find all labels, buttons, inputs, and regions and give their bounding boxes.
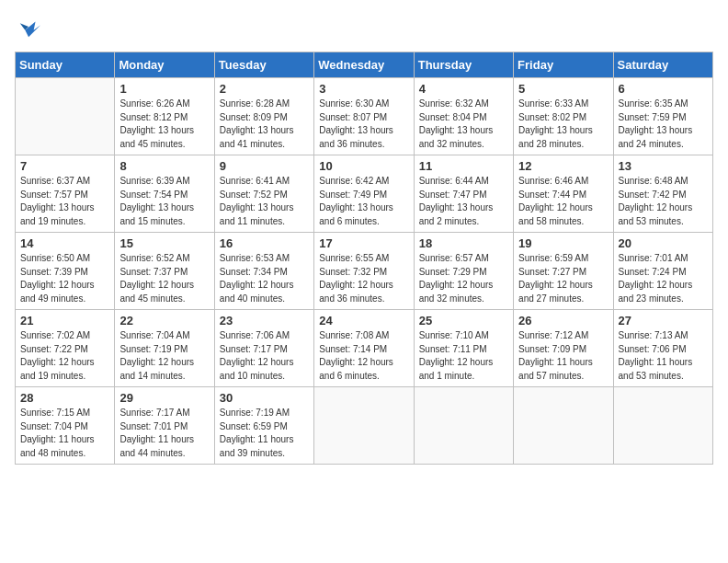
calendar-table: SundayMondayTuesdayWednesdayThursdayFrid… xyxy=(15,52,713,465)
day-info: Sunrise: 6:41 AM Sunset: 7:52 PM Dayligh… xyxy=(220,175,309,228)
calendar-cell: 16Sunrise: 6:53 AM Sunset: 7:34 PM Dayli… xyxy=(214,233,313,310)
day-number: 24 xyxy=(319,314,408,327)
calendar-cell: 13Sunrise: 6:48 AM Sunset: 7:42 PM Dayli… xyxy=(613,155,712,233)
weekday-header: Wednesday xyxy=(314,52,414,78)
day-number: 26 xyxy=(518,314,608,327)
calendar-cell: 23Sunrise: 7:06 AM Sunset: 7:17 PM Dayli… xyxy=(214,310,313,387)
day-number: 1 xyxy=(119,82,209,96)
calendar-cell xyxy=(314,387,414,465)
weekday-header: Monday xyxy=(115,52,214,78)
calendar-week-row: 21Sunrise: 7:02 AM Sunset: 7:22 PM Dayli… xyxy=(16,310,713,387)
day-info: Sunrise: 6:28 AM Sunset: 8:09 PM Dayligh… xyxy=(220,98,309,151)
calendar-week-row: 14Sunrise: 6:50 AM Sunset: 7:39 PM Dayli… xyxy=(16,233,713,310)
weekday-header: Saturday xyxy=(613,52,712,78)
day-info: Sunrise: 6:30 AM Sunset: 8:07 PM Dayligh… xyxy=(319,98,408,151)
day-info: Sunrise: 6:57 AM Sunset: 7:29 PM Dayligh… xyxy=(419,252,508,305)
calendar-cell: 26Sunrise: 7:12 AM Sunset: 7:09 PM Dayli… xyxy=(514,310,613,387)
weekday-header: Sunday xyxy=(16,52,115,78)
day-info: Sunrise: 6:50 AM Sunset: 7:39 PM Dayligh… xyxy=(20,252,109,305)
day-info: Sunrise: 6:46 AM Sunset: 7:44 PM Dayligh… xyxy=(518,175,608,228)
calendar-cell: 17Sunrise: 6:55 AM Sunset: 7:32 PM Dayli… xyxy=(314,233,414,310)
day-info: Sunrise: 7:12 AM Sunset: 7:09 PM Dayligh… xyxy=(518,329,608,383)
calendar-cell: 15Sunrise: 6:52 AM Sunset: 7:37 PM Dayli… xyxy=(115,233,214,310)
day-info: Sunrise: 6:33 AM Sunset: 8:02 PM Dayligh… xyxy=(518,98,608,151)
day-info: Sunrise: 7:13 AM Sunset: 7:06 PM Dayligh… xyxy=(619,329,708,383)
day-number: 10 xyxy=(319,159,408,173)
calendar-cell: 21Sunrise: 7:02 AM Sunset: 7:22 PM Dayli… xyxy=(16,310,115,387)
day-number: 3 xyxy=(319,82,408,96)
day-info: Sunrise: 6:59 AM Sunset: 7:27 PM Dayligh… xyxy=(518,252,608,305)
day-number: 6 xyxy=(619,82,708,96)
day-info: Sunrise: 7:01 AM Sunset: 7:24 PM Dayligh… xyxy=(619,252,708,305)
calendar-cell: 4Sunrise: 6:32 AM Sunset: 8:04 PM Daylig… xyxy=(414,78,513,155)
day-number: 23 xyxy=(220,314,309,327)
day-number: 27 xyxy=(619,314,708,327)
day-number: 9 xyxy=(220,159,309,173)
day-info: Sunrise: 7:19 AM Sunset: 6:59 PM Dayligh… xyxy=(220,407,309,460)
logo-bird-icon xyxy=(17,15,42,40)
calendar-cell: 12Sunrise: 6:46 AM Sunset: 7:44 PM Dayli… xyxy=(514,155,613,233)
day-info: Sunrise: 7:10 AM Sunset: 7:11 PM Dayligh… xyxy=(419,329,508,383)
calendar-week-row: 7Sunrise: 6:37 AM Sunset: 7:57 PM Daylig… xyxy=(16,155,713,233)
day-info: Sunrise: 6:35 AM Sunset: 7:59 PM Dayligh… xyxy=(619,98,708,151)
day-info: Sunrise: 6:48 AM Sunset: 7:42 PM Dayligh… xyxy=(619,175,708,228)
calendar-cell: 24Sunrise: 7:08 AM Sunset: 7:14 PM Dayli… xyxy=(314,310,414,387)
day-info: Sunrise: 7:06 AM Sunset: 7:17 PM Dayligh… xyxy=(220,329,309,383)
day-info: Sunrise: 6:52 AM Sunset: 7:37 PM Dayligh… xyxy=(119,252,209,305)
day-number: 2 xyxy=(220,82,309,96)
day-info: Sunrise: 7:02 AM Sunset: 7:22 PM Dayligh… xyxy=(20,329,109,383)
calendar-cell: 2Sunrise: 6:28 AM Sunset: 8:09 PM Daylig… xyxy=(214,78,313,155)
calendar-cell: 30Sunrise: 7:19 AM Sunset: 6:59 PM Dayli… xyxy=(214,387,313,465)
day-number: 7 xyxy=(20,159,109,173)
day-number: 12 xyxy=(518,159,608,173)
day-number: 5 xyxy=(518,82,608,96)
calendar-week-row: 1Sunrise: 6:26 AM Sunset: 8:12 PM Daylig… xyxy=(16,78,713,155)
calendar-cell: 28Sunrise: 7:15 AM Sunset: 7:04 PM Dayli… xyxy=(16,387,115,465)
day-info: Sunrise: 7:04 AM Sunset: 7:19 PM Dayligh… xyxy=(119,329,209,383)
calendar-cell: 18Sunrise: 6:57 AM Sunset: 7:29 PM Dayli… xyxy=(414,233,513,310)
day-number: 28 xyxy=(20,391,109,405)
calendar-cell: 7Sunrise: 6:37 AM Sunset: 7:57 PM Daylig… xyxy=(16,155,115,233)
day-info: Sunrise: 6:37 AM Sunset: 7:57 PM Dayligh… xyxy=(20,175,109,228)
weekday-header: Thursday xyxy=(414,52,513,78)
calendar-cell: 9Sunrise: 6:41 AM Sunset: 7:52 PM Daylig… xyxy=(214,155,313,233)
calendar-cell: 3Sunrise: 6:30 AM Sunset: 8:07 PM Daylig… xyxy=(314,78,414,155)
svg-marker-0 xyxy=(25,21,40,37)
calendar-cell: 8Sunrise: 6:39 AM Sunset: 7:54 PM Daylig… xyxy=(115,155,214,233)
calendar-cell: 19Sunrise: 6:59 AM Sunset: 7:27 PM Dayli… xyxy=(514,233,613,310)
calendar-cell: 20Sunrise: 7:01 AM Sunset: 7:24 PM Dayli… xyxy=(613,233,712,310)
day-info: Sunrise: 7:17 AM Sunset: 7:01 PM Dayligh… xyxy=(119,407,209,460)
page-header xyxy=(15,15,713,40)
day-info: Sunrise: 6:42 AM Sunset: 7:49 PM Dayligh… xyxy=(319,175,408,228)
day-info: Sunrise: 6:55 AM Sunset: 7:32 PM Dayligh… xyxy=(319,252,408,305)
day-number: 22 xyxy=(119,314,209,327)
day-info: Sunrise: 7:15 AM Sunset: 7:04 PM Dayligh… xyxy=(20,407,109,460)
calendar-cell: 10Sunrise: 6:42 AM Sunset: 7:49 PM Dayli… xyxy=(314,155,414,233)
day-number: 4 xyxy=(419,82,508,96)
calendar-cell: 11Sunrise: 6:44 AM Sunset: 7:47 PM Dayli… xyxy=(414,155,513,233)
day-number: 8 xyxy=(119,159,209,173)
calendar-cell: 27Sunrise: 7:13 AM Sunset: 7:06 PM Dayli… xyxy=(613,310,712,387)
day-number: 11 xyxy=(419,159,508,173)
day-info: Sunrise: 6:44 AM Sunset: 7:47 PM Dayligh… xyxy=(419,175,508,228)
day-number: 18 xyxy=(419,236,508,250)
calendar-cell: 1Sunrise: 6:26 AM Sunset: 8:12 PM Daylig… xyxy=(115,78,214,155)
calendar-week-row: 28Sunrise: 7:15 AM Sunset: 7:04 PM Dayli… xyxy=(16,387,713,465)
day-number: 19 xyxy=(518,236,608,250)
day-info: Sunrise: 6:26 AM Sunset: 8:12 PM Dayligh… xyxy=(119,98,209,151)
day-info: Sunrise: 6:53 AM Sunset: 7:34 PM Dayligh… xyxy=(220,252,309,305)
calendar-cell: 25Sunrise: 7:10 AM Sunset: 7:11 PM Dayli… xyxy=(414,310,513,387)
calendar-cell: 29Sunrise: 7:17 AM Sunset: 7:01 PM Dayli… xyxy=(115,387,214,465)
day-number: 16 xyxy=(220,236,309,250)
day-number: 20 xyxy=(619,236,708,250)
weekday-header: Tuesday xyxy=(214,52,313,78)
day-number: 15 xyxy=(119,236,209,250)
calendar-cell xyxy=(16,78,115,155)
day-number: 25 xyxy=(419,314,508,327)
day-number: 17 xyxy=(319,236,408,250)
logo xyxy=(15,15,42,40)
calendar-cell xyxy=(514,387,613,465)
day-number: 30 xyxy=(220,391,309,405)
day-number: 29 xyxy=(119,391,209,405)
day-number: 14 xyxy=(20,236,109,250)
